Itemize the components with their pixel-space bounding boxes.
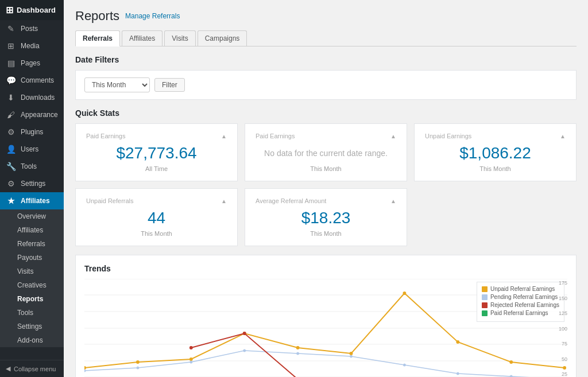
stat-card-paid-month: Paid Earnings ▲ No data for the current …: [245, 123, 407, 181]
submenu-visits[interactable]: Visits: [0, 265, 64, 278]
legend-item-rejected: Rejected Referral Earnings: [482, 302, 559, 308]
svg-point-10: [189, 357, 193, 361]
y-label-175: 175: [551, 280, 567, 286]
sidebar-header[interactable]: ⊞ Dashboard: [0, 0, 64, 20]
legend-dot-pending: [482, 294, 488, 300]
quick-stats-title: Quick Stats: [75, 108, 577, 118]
date-filters-title: Date Filters: [75, 55, 577, 64]
legend-item-unpaid: Unpaid Referral Earnings: [482, 286, 559, 292]
posts-icon: ✎: [6, 24, 16, 33]
manage-referrals-link[interactable]: Manage Referrals: [125, 12, 180, 20]
submenu-referrals[interactable]: Referrals: [0, 237, 64, 251]
svg-point-8: [84, 366, 86, 370]
sidebar-item-tools[interactable]: 🔧 Tools: [0, 158, 64, 175]
sidebar-item-label: Plugins: [21, 128, 43, 136]
stat-card-unpaid-month: Unpaid Earnings ▲ $1,086.22 This Month: [414, 123, 577, 181]
tab-visits[interactable]: Visits: [164, 30, 195, 46]
collapse-menu-button[interactable]: ◀ Collapse menu: [0, 360, 64, 377]
tab-referrals[interactable]: Referrals: [75, 30, 120, 46]
sidebar-item-affiliates[interactable]: ★ Affiliates: [0, 192, 64, 209]
sidebar-item-users[interactable]: 👤 Users: [0, 141, 64, 158]
svg-point-29: [243, 332, 246, 335]
sidebar-item-label: Media: [21, 42, 40, 50]
stat-value-avg-ref: $18.23: [256, 209, 396, 227]
submenu-tools[interactable]: Tools: [0, 306, 64, 320]
svg-point-22: [296, 352, 299, 355]
stat-card-avg-referral: Average Referral Amount ▲ $18.23 This Mo…: [245, 188, 407, 246]
tabs-bar: Referrals Affiliates Visits Campaigns: [75, 30, 577, 46]
stat-nodata-paid-month: No data for the current date range.: [256, 144, 396, 162]
stat-title-unpaid-month: Unpaid Earnings: [425, 133, 471, 139]
stat-subtitle-paid-alltime: All Time: [86, 165, 227, 172]
tab-affiliates[interactable]: Affiliates: [122, 30, 163, 46]
tools-icon: 🔧: [6, 162, 16, 171]
sidebar-item-media[interactable]: ⊞ Media: [0, 37, 64, 55]
page-header: Reports Manage Referrals: [75, 9, 577, 24]
submenu-creatives[interactable]: Creatives: [0, 278, 64, 292]
svg-point-18: [84, 370, 86, 372]
submenu-reports[interactable]: Reports: [0, 292, 64, 306]
chart-container: Unpaid Referral Earnings Pending Referra…: [84, 279, 567, 377]
dashboard-icon: ⊞: [6, 5, 13, 15]
sidebar-item-settings[interactable]: ⚙ Settings: [0, 175, 64, 192]
sidebar-item-appearance[interactable]: 🖌 Appearance: [0, 106, 64, 123]
sidebar-item-label: Users: [21, 145, 38, 153]
collapse-arrow-icon: ◀: [6, 365, 10, 372]
sidebar-item-label: Appearance: [21, 111, 58, 119]
stat-card-paid-alltime: Paid Earnings ▲ $27,773.64 All Time: [75, 123, 238, 181]
svg-point-13: [350, 352, 353, 355]
page-title: Reports: [75, 9, 119, 24]
sidebar-item-downloads[interactable]: ⬇ Downloads: [0, 89, 64, 106]
affiliates-label: Affiliates: [21, 197, 50, 205]
sidebar-header-label: Dashboard: [17, 6, 56, 14]
legend-label-unpaid: Unpaid Referral Earnings: [490, 286, 555, 292]
y-label-50: 50: [551, 356, 567, 362]
submenu-payouts[interactable]: Payouts: [0, 251, 64, 265]
svg-point-15: [456, 340, 459, 344]
legend-item-paid: Paid Referral Earnings: [482, 310, 559, 316]
stat-subtitle-unpaid-ref: This Month: [86, 230, 227, 237]
stat-title-paid-month: Paid Earnings: [256, 133, 295, 139]
svg-point-14: [403, 292, 406, 295]
stats-row2-empty: [414, 188, 577, 246]
submenu-addons[interactable]: Add-ons: [0, 333, 64, 347]
sidebar-item-pages[interactable]: ▤ Pages: [0, 55, 64, 72]
sidebar-item-plugins[interactable]: ⚙ Plugins: [0, 123, 64, 141]
y-label-25: 25: [551, 371, 567, 377]
y-label-150: 150: [551, 296, 567, 301]
submenu-overview[interactable]: Overview: [0, 209, 64, 223]
tab-campaigns[interactable]: Campaigns: [198, 30, 247, 46]
svg-point-23: [350, 355, 353, 358]
date-range-select[interactable]: Today Yesterday This Week Last Week This…: [84, 77, 150, 92]
stat-title-avg-ref: Average Referral Amount: [256, 197, 326, 204]
collapse-menu-label: Collapse menu: [14, 366, 56, 372]
sidebar-item-comments[interactable]: 💬 Comments: [0, 72, 64, 89]
filter-button[interactable]: Filter: [154, 78, 185, 92]
svg-point-19: [136, 367, 139, 370]
stat-value-unpaid-ref: 44: [86, 209, 227, 227]
sidebar-item-label: Posts: [21, 25, 38, 33]
y-label-75: 75: [551, 341, 567, 347]
stat-arrow-icon-5: ▲: [390, 198, 396, 204]
stats-row-2: Unpaid Referrals ▲ 44 This Month Average…: [75, 188, 577, 246]
stat-card-unpaid-referrals: Unpaid Referrals ▲ 44 This Month: [75, 188, 238, 246]
users-icon: 👤: [6, 145, 16, 154]
sidebar: ⊞ Dashboard ✎ Posts ⊞ Media ▤ Pages 💬 Co…: [0, 0, 64, 377]
stat-title-unpaid-ref: Unpaid Referrals: [86, 197, 134, 204]
stat-subtitle-unpaid-month: This Month: [425, 165, 566, 172]
svg-point-20: [189, 361, 192, 364]
svg-point-24: [403, 364, 406, 367]
sidebar-item-posts[interactable]: ✎ Posts: [0, 20, 64, 37]
pages-icon: ▤: [6, 59, 16, 68]
media-icon: ⊞: [6, 41, 16, 50]
legend-dot-unpaid: [482, 286, 488, 292]
svg-point-26: [510, 375, 513, 378]
submenu-affiliates[interactable]: Affiliates: [0, 223, 64, 237]
affiliates-icon: ★: [6, 196, 16, 205]
appearance-icon: 🖌: [6, 110, 16, 119]
submenu-settings[interactable]: Settings: [0, 320, 64, 333]
legend-dot-paid: [482, 310, 488, 316]
y-label-100: 100: [551, 326, 567, 332]
svg-point-25: [457, 372, 459, 375]
trends-section: Trends: [75, 255, 577, 377]
